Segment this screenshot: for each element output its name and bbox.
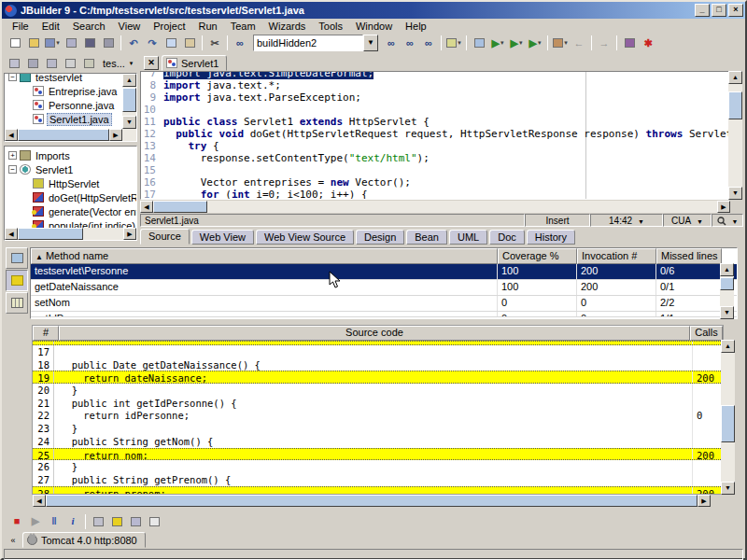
- copy-icon[interactable]: [162, 35, 180, 51]
- editor-tab-servlet1[interactable]: Servlet1: [162, 55, 227, 71]
- menu-team[interactable]: Team: [224, 20, 262, 33]
- snapshot-icon[interactable]: [126, 513, 145, 530]
- view-tab-source[interactable]: Source: [140, 229, 190, 245]
- run-icon[interactable]: ▶▾: [488, 35, 507, 51]
- find-icon[interactable]: ∞: [231, 35, 249, 51]
- scroll-thumb[interactable]: [153, 201, 207, 213]
- forward-icon[interactable]: →: [595, 35, 613, 51]
- coverage-row[interactable]: setIdPersonne001/1: [31, 312, 737, 317]
- minimize-button[interactable]: _: [695, 4, 710, 17]
- view-tab-web-view[interactable]: Web View: [191, 230, 254, 245]
- status-zoom[interactable]: ▼: [712, 214, 743, 227]
- tomcat-tab[interactable]: Tomcat 4.0 http:8080: [22, 532, 146, 548]
- scroll-down-icon[interactable]: ▼: [720, 306, 734, 319]
- source-row[interactable]: 24 public String getNom() {: [33, 435, 723, 448]
- dropdown-arrow-icon[interactable]: ▾: [56, 39, 60, 47]
- tree-item-imports[interactable]: +Imports: [5, 148, 136, 162]
- scroll-up-icon[interactable]: ▲: [721, 340, 735, 353]
- scroll-left-icon[interactable]: ◀: [5, 228, 18, 240]
- structure-hscrollbar[interactable]: ◀ ▶: [5, 228, 136, 240]
- coverage-grid-icon[interactable]: [6, 292, 28, 314]
- open-file-icon[interactable]: [24, 35, 43, 51]
- monitor-icon[interactable]: [6, 247, 28, 269]
- scroll-down-icon[interactable]: ▼: [728, 187, 742, 200]
- make-icon[interactable]: ▾: [551, 35, 570, 51]
- close-button[interactable]: ×: [728, 4, 743, 17]
- collapse-pane-icon[interactable]: «: [6, 533, 21, 547]
- debug-icon[interactable]: ▶▾: [507, 35, 526, 51]
- column-header-coverage-[interactable]: Coverage %: [498, 248, 577, 264]
- menu-view[interactable]: View: [112, 20, 148, 33]
- resume-icon[interactable]: ▶: [26, 513, 45, 530]
- tree-item-testservlet[interactable]: −testservlet: [5, 73, 122, 84]
- layout-toggle-icon[interactable]: [470, 35, 488, 51]
- view-tab-bean[interactable]: Bean: [406, 230, 447, 245]
- save-all-icon[interactable]: [80, 35, 99, 51]
- dropdown-arrow-icon[interactable]: ▾: [538, 39, 542, 47]
- scroll-right-icon[interactable]: ▶: [109, 129, 122, 141]
- scroll-up-icon[interactable]: ▲: [728, 71, 742, 84]
- view-tab-doc[interactable]: Doc: [489, 230, 525, 245]
- build-target-dropdown-icon[interactable]: ▼: [363, 35, 378, 51]
- dropdown-arrow-icon[interactable]: ▾: [564, 39, 568, 47]
- scroll-thumb[interactable]: [18, 129, 109, 141]
- column-header-calls[interactable]: Calls: [690, 326, 723, 341]
- status-keymap[interactable]: CUA▼: [663, 214, 712, 227]
- tree-item-generate-vector-entrepr[interactable]: generate(Vector entrepr: [5, 204, 136, 218]
- status-caret-position[interactable]: 14:42▼: [590, 214, 663, 227]
- menu-help[interactable]: Help: [399, 20, 433, 33]
- column-header-invocation-[interactable]: Invocation #: [577, 248, 656, 264]
- collapse-icon[interactable]: −: [8, 165, 17, 174]
- menu-tools[interactable]: Tools: [312, 20, 349, 33]
- print-icon[interactable]: [99, 35, 118, 51]
- report-icon[interactable]: [145, 513, 163, 530]
- project-properties-icon[interactable]: [24, 56, 41, 71]
- search-source-icon[interactable]: ∞: [401, 35, 419, 51]
- project-tree-hscrollbar[interactable]: ◀ ▶: [5, 129, 122, 141]
- dropdown-arrow-icon[interactable]: ▾: [458, 39, 461, 47]
- scroll-left-icon[interactable]: ◀: [33, 495, 46, 507]
- column-header-missed-lines[interactable]: Missed lines: [656, 248, 722, 264]
- undo-icon[interactable]: ↶: [124, 35, 143, 51]
- coverage-row[interactable]: testservlet\Personne1002000/6: [31, 264, 737, 280]
- broom-icon[interactable]: [107, 513, 126, 530]
- export-icon[interactable]: [62, 35, 80, 51]
- add-files-icon[interactable]: [43, 56, 60, 71]
- source-row[interactable]: 18 public Date getDateNaissance() {: [33, 358, 723, 371]
- coverage-vscrollbar[interactable]: ▲ ▼: [720, 263, 734, 319]
- scroll-thumb[interactable]: [18, 228, 83, 240]
- project-selector[interactable]: tes...▾: [103, 58, 133, 69]
- close-project-icon[interactable]: [6, 56, 22, 71]
- paste-icon[interactable]: [180, 35, 199, 51]
- help-icon[interactable]: [620, 35, 639, 51]
- column-header-method-name[interactable]: ▲Method name: [31, 248, 498, 264]
- expand-icon[interactable]: +: [8, 151, 17, 160]
- source-row[interactable]: 19 return dateNaissance;200: [33, 371, 723, 384]
- menu-file[interactable]: File: [6, 20, 35, 33]
- scroll-up-icon[interactable]: ▲: [720, 263, 734, 276]
- pause-icon[interactable]: ‖: [45, 513, 63, 530]
- scroll-right-icon[interactable]: ▶: [698, 495, 711, 507]
- scroll-thumb[interactable]: [46, 495, 698, 507]
- dropdown-arrow-icon[interactable]: ▾: [519, 39, 523, 47]
- build-target-value[interactable]: buildHidden2: [253, 35, 363, 51]
- coverage-row[interactable]: setNom002/2: [31, 296, 737, 312]
- tree-item-httpservlet[interactable]: HttpServlet: [5, 176, 136, 190]
- source-row[interactable]: 17: [33, 345, 723, 358]
- dropdown-arrow-icon[interactable]: ▾: [500, 39, 504, 47]
- info-icon[interactable]: i: [63, 513, 82, 530]
- source-row[interactable]: 28 return prenom;200: [33, 486, 723, 495]
- scroll-thumb[interactable]: [720, 277, 734, 290]
- redo-icon[interactable]: ↷: [143, 35, 162, 51]
- save-icon[interactable]: ▾: [43, 35, 62, 51]
- source-row[interactable]: 21 public int getIdPersonne() {: [33, 397, 723, 410]
- structure-pane[interactable]: +Imports−Servlet1HttpServletdoGet(HttpSe…: [4, 146, 137, 241]
- coverage-broom-icon[interactable]: [6, 270, 28, 291]
- cut-icon[interactable]: ✂: [205, 35, 224, 51]
- tree-item-servlet1[interactable]: −Servlet1: [5, 162, 136, 176]
- stop-icon[interactable]: ■: [7, 513, 26, 530]
- scroll-up-icon[interactable]: ▲: [122, 74, 136, 87]
- scroll-left-icon[interactable]: ◀: [140, 201, 153, 213]
- source-row[interactable]: 25 return nom;200: [33, 448, 723, 461]
- source-hscrollbar[interactable]: ◀ ▶: [33, 495, 711, 507]
